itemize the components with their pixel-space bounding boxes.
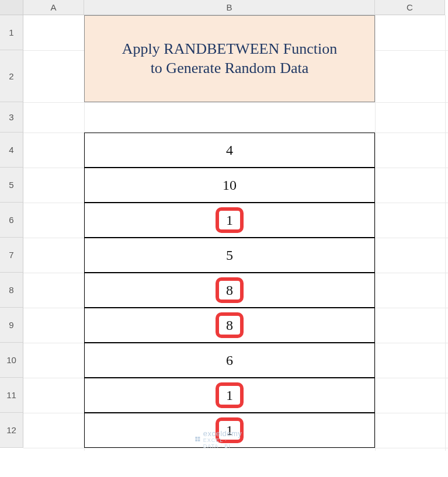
column-headers: ABC bbox=[23, 0, 445, 15]
title-line-1: Apply RANDBETWEEN Function bbox=[122, 40, 337, 59]
row-header-2[interactable]: 2 bbox=[0, 50, 23, 102]
cell-b6[interactable]: 1 bbox=[84, 203, 375, 238]
watermark-brand: exceldemy bbox=[203, 429, 242, 438]
select-all-corner[interactable] bbox=[0, 0, 23, 15]
watermark-icon bbox=[195, 435, 201, 443]
row-header-6[interactable]: 6 bbox=[0, 203, 23, 238]
cell-b8[interactable]: 8 bbox=[84, 273, 375, 308]
title-merged-cell[interactable]: Apply RANDBETWEEN Function to Generate R… bbox=[84, 15, 375, 102]
row-header-9[interactable]: 9 bbox=[0, 308, 23, 343]
watermark: exceldemy EXCEL · DATA · BI bbox=[195, 429, 244, 449]
cell-b10[interactable]: 6 bbox=[84, 343, 375, 378]
cell-b4[interactable]: 4 bbox=[84, 133, 375, 168]
row-header-12[interactable]: 12 bbox=[0, 413, 23, 448]
cell-b7[interactable]: 5 bbox=[84, 238, 375, 273]
row-headers: 123456789101112 bbox=[0, 15, 23, 448]
row-header-4[interactable]: 4 bbox=[0, 133, 23, 168]
row-header-1[interactable]: 1 bbox=[0, 15, 23, 50]
row-header-11[interactable]: 11 bbox=[0, 378, 23, 413]
cell-b9[interactable]: 8 bbox=[84, 308, 375, 343]
row-header-10[interactable]: 10 bbox=[0, 343, 23, 378]
cell-b5[interactable]: 10 bbox=[84, 168, 375, 203]
col-header-b[interactable]: B bbox=[84, 0, 375, 15]
row-header-5[interactable]: 5 bbox=[0, 168, 23, 203]
cell-b11[interactable]: 1 bbox=[84, 378, 375, 413]
col-header-a[interactable]: A bbox=[23, 0, 84, 15]
title-line-2: to Generate Random Data bbox=[151, 59, 309, 78]
row-header-3[interactable]: 3 bbox=[0, 102, 23, 133]
watermark-tagline: EXCEL · DATA · BI bbox=[203, 437, 244, 449]
row-header-7[interactable]: 7 bbox=[0, 238, 23, 273]
col-header-c[interactable]: C bbox=[375, 0, 445, 15]
row-header-8[interactable]: 8 bbox=[0, 273, 23, 308]
